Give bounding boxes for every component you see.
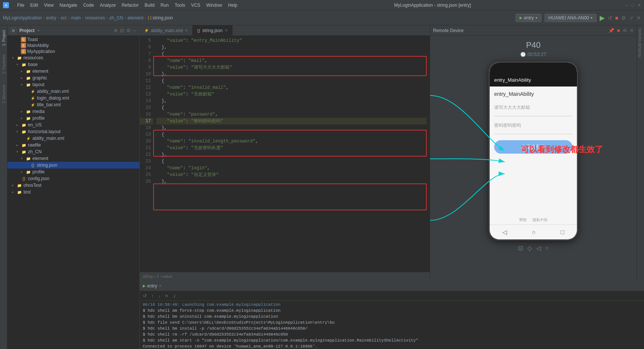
run-scroll-down-icon[interactable]: ↓ [157,292,162,299]
menu-edit[interactable]: Edit [28,2,40,9]
tree-item-profile2[interactable]: ▸ 📁 profile [7,169,139,175]
menu-build[interactable]: Build [142,2,157,9]
device-settings-icon[interactable]: ⚙ [623,28,627,33]
tree-item-titlebar-xml[interactable]: ⚡ title_bar.xml [7,101,139,108]
minimize-panel-icon[interactable]: ─ [133,28,136,33]
back-icon[interactable]: ◁ [502,229,507,236]
tree-item-media[interactable]: ▸ 📁 media [7,108,139,115]
home-icon[interactable]: ○ [532,229,536,236]
phone-nav-bar: ◁ ○ □ [490,224,577,239]
breadcrumb-project[interactable]: MyLoginApplication [3,15,42,21]
run-tab-close[interactable]: ✕ [159,284,162,288]
run-restart-icon[interactable]: ↺ [141,292,148,299]
expand-icon[interactable]: ⤢ [629,15,634,21]
folder-icon: 📁 [25,75,31,81]
run-scroll-up-icon[interactable]: ↑ [150,292,155,299]
tree-label: Toast [27,37,38,42]
menu-code[interactable]: Code [81,2,96,9]
device-dropdown[interactable]: HUAWEI ANA-AN00 ▾ [544,14,597,22]
build-variants-tab[interactable]: HosBuild Variants [637,25,644,61]
breadcrumb-element[interactable]: element [127,15,143,21]
code-line-23: { [156,158,427,165]
phone-privacy-link[interactable]: 隐私中间 [533,217,547,223]
menu-view[interactable]: View [42,2,56,9]
tree-item-element[interactable]: ▸ 📁 element [7,68,139,75]
favorites-tab[interactable]: 2: Favorites [1,53,7,75]
tree-item-config[interactable]: {} config.json [7,175,139,182]
menu-analyze[interactable]: Analyze [98,2,118,9]
tree-item-rawfile[interactable]: ▸ 📁 rawfile [7,142,139,148]
breadcrumb-zhcn[interactable]: zh_CN [109,15,123,21]
breadcrumb-resources[interactable]: resources [85,15,105,21]
breadcrumb-main[interactable]: main [71,15,81,21]
tree-label: base [28,62,38,67]
tree-item-layout[interactable]: ▾ 📁 layout [7,81,139,88]
phone-help-link[interactable]: 帮助 [519,217,527,223]
code-line-26: }, [156,178,427,185]
tree-label: element [32,69,48,74]
tree-label: media [32,109,45,114]
tree-item-enus[interactable]: ▸ 📁 en_US [7,122,139,128]
menu-run[interactable]: Run [158,2,171,9]
menu-window[interactable]: Window [204,2,224,9]
tab-string-json[interactable]: {} string.json ✕ [193,25,233,35]
tree-item-login-xml[interactable]: ⚡ login_dialog.xml [7,95,139,101]
project-tab[interactable]: 1: Project [1,27,7,49]
tree-item-horizontal[interactable]: ▾ 📁 horizontal.layout [7,128,139,135]
run-wrap-icon[interactable]: ⤸ [171,292,178,299]
folder-icon: 📁 [25,68,31,74]
tree-item-string-json[interactable]: {} string.json [7,162,139,169]
tree-item-ability-xml[interactable]: ⚡ ability_main.xml [7,88,139,95]
run-filter-icon[interactable]: ≡ [164,292,170,299]
code-content[interactable]: "value": "entry_MainAbility" }, { "name"… [153,36,430,272]
layout-icon[interactable]: ⊟ [120,28,124,33]
code-line-14: }, [156,98,427,104]
tree-item-zhcn[interactable]: ▾ 📁 zh_CN [7,148,139,155]
menu-vcs[interactable]: VCS [189,2,203,9]
home-device-icon[interactable]: ○ [545,245,549,251]
sync-icon[interactable]: ⊛ [114,28,118,33]
menu-tools[interactable]: Tools [173,2,187,9]
structure-tab[interactable]: Z-Structure [1,79,7,109]
tree-item-ability-xml2[interactable]: ⚡ ability_main.xml [7,135,139,142]
entry-dropdown[interactable]: ▶ entry ▾ [515,14,542,22]
tab-close-icon[interactable]: ✕ [185,28,188,32]
screenshot-icon[interactable]: ⊡ [518,245,523,252]
tree-item-mainability[interactable]: C MainAbility [7,43,139,48]
run-button[interactable]: ▶ [600,14,605,22]
close-btn[interactable]: ✕ [637,3,641,8]
tab-close-icon[interactable]: ✕ [225,28,228,32]
tree-item-test[interactable]: ▸ 📁 test [7,189,139,195]
tree-item-element2[interactable]: ▾ 📁 element [7,155,139,162]
menu-file[interactable]: File [15,2,26,9]
menu-refactor[interactable]: Refactor [120,2,141,9]
back-device-icon[interactable]: ◁ [536,245,541,252]
stop-device-icon[interactable]: ■ [617,28,620,33]
tab-ability-xml[interactable]: ⚡ ability_main.xml ✕ [140,25,193,35]
config-icon[interactable]: ⚙ [126,28,131,33]
device-panel-close-icon[interactable]: ✕ [630,28,634,33]
tree-item-resources[interactable]: ▾ 📁 resources [7,54,139,61]
folder-icon: 📁 [25,109,31,114]
breadcrumb-src[interactable]: src [61,15,67,21]
tree-item-toast[interactable]: C Toast [7,37,139,43]
tree-item-base[interactable]: ▾ 📁 base [7,61,139,68]
tree-item-profile[interactable]: ▸ 📁 profile [7,115,139,122]
tree-item-myapp[interactable]: C MyApplication [7,48,139,54]
menu-navigate[interactable]: Navigate [57,2,79,9]
stop-button[interactable]: ■ [615,15,618,21]
tree-item-graphic[interactable]: ▸ 📁 graphic [7,75,139,81]
menu-help[interactable]: Help [226,2,240,9]
run-tab-entry[interactable]: ▶ entry ✕ [143,283,162,289]
code-line-25: "value": "自定义登录" [156,172,427,178]
maximize-btn[interactable]: □ [632,3,634,8]
collapse-icon[interactable]: ✕ [637,15,641,21]
breadcrumb-entry[interactable]: entry [46,15,56,21]
refresh-icon[interactable]: ◇ [527,245,532,252]
pin-icon[interactable]: 📌 [609,28,614,33]
recent-icon[interactable]: □ [561,229,565,236]
minimize-btn[interactable]: ─ [625,3,629,8]
tree-item-ohostest[interactable]: ▸ 📁 ohosTest [7,182,139,189]
settings-icon[interactable]: ⚙ [621,15,626,21]
reload-button[interactable]: ↺ [608,15,612,21]
